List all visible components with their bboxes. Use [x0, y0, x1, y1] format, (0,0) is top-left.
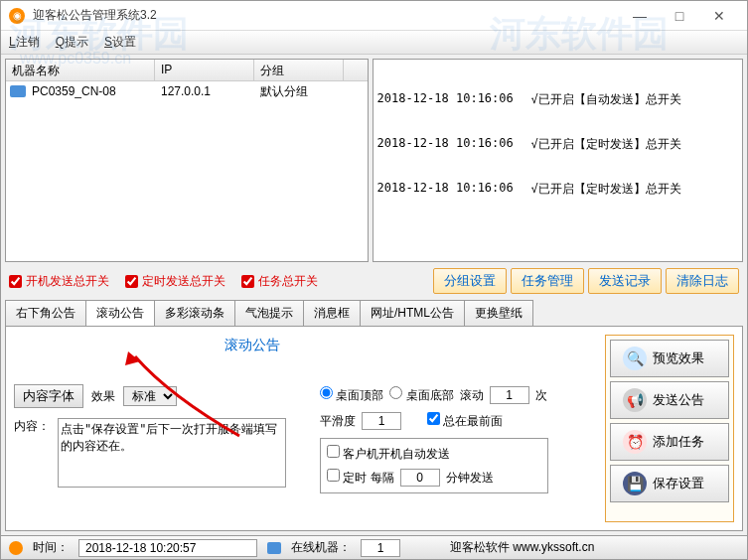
boot-switch[interactable]: 开机发送总开关	[9, 273, 109, 290]
svg-marker-0	[125, 351, 140, 365]
statusbar: 时间： 2018-12-18 10:20:57 在线机器： 1 迎客松软件 ww…	[1, 535, 747, 559]
tab-scroll[interactable]: 滚动公告	[85, 300, 155, 326]
tab-multi[interactable]: 多彩滚动条	[154, 300, 235, 326]
log-panel: 2018-12-18 10:16:06√已开启【自动发送】总开关 2018-12…	[373, 59, 744, 262]
tabs: 右下角公告 滚动公告 多彩滚动条 气泡提示 消息框 网址/HTML公告 更换壁纸	[5, 300, 743, 326]
effect-select[interactable]: 标准	[123, 386, 177, 406]
menu-setting[interactable]: S设置	[104, 34, 136, 51]
pc-icon	[10, 85, 26, 97]
scroll-label: 滚动	[460, 387, 484, 404]
times-suffix: 次	[535, 387, 547, 404]
task-manage-button[interactable]: 任务管理	[511, 268, 584, 294]
menu-logout[interactable]: L注销	[9, 34, 40, 51]
smooth-input[interactable]	[362, 412, 401, 430]
client-boot-check[interactable]: 客户机开机自动发送	[327, 445, 541, 463]
auto-send-fieldset: 客户机开机自动发送 定时 每隔 分钟发送	[320, 438, 548, 493]
close-button[interactable]: ✕	[699, 2, 739, 30]
status-logo-icon	[9, 541, 23, 555]
time-label: 时间：	[33, 539, 69, 556]
timed-suffix: 分钟发送	[446, 470, 494, 487]
save-button[interactable]: 💾保存设置	[610, 465, 729, 502]
watermark-brand-2: 河东软件园	[490, 10, 669, 59]
action-buttons: 🔍预览效果 📢发送公告 ⏰添加任务 💾保存设置	[605, 335, 734, 522]
desktop-top-radio[interactable]: 桌面顶部	[320, 386, 383, 404]
time-value: 2018-12-18 10:20:57	[78, 539, 257, 557]
online-label: 在线机器：	[291, 539, 351, 556]
online-value: 1	[361, 539, 400, 557]
header-ip[interactable]: IP	[155, 60, 254, 80]
send-button[interactable]: 📢发送公告	[610, 381, 729, 419]
brand-footer: 迎客松软件 www.ykssoft.cn	[450, 539, 594, 556]
tab-bubble[interactable]: 气泡提示	[234, 300, 304, 326]
machine-ip: 127.0.0.1	[155, 82, 254, 100]
machine-name: PC0359_CN-08	[26, 82, 155, 100]
machine-row[interactable]: PC0359_CN-08 127.0.0.1 默认分组	[6, 81, 368, 101]
menu-prompt[interactable]: Q提示	[56, 34, 88, 51]
log-line: 2018-12-18 10:16:06√已开启【定时发送】总开关	[377, 181, 739, 198]
header-group[interactable]: 分组	[254, 60, 344, 80]
machine-list-panel: 机器名称 IP 分组 PC0359_CN-08 127.0.0.1 默认分组	[5, 59, 369, 262]
scroll-times-input[interactable]	[490, 386, 529, 404]
save-icon: 💾	[623, 472, 647, 495]
send-record-button[interactable]: 发送记录	[588, 268, 662, 294]
timed-switch[interactable]: 定时发送总开关	[125, 273, 225, 290]
tab-html[interactable]: 网址/HTML公告	[360, 300, 465, 326]
monitor-icon	[267, 542, 281, 554]
app-logo-icon: ◉	[9, 8, 25, 24]
tab-wallpaper[interactable]: 更换壁纸	[464, 300, 533, 326]
tab-msgbox[interactable]: 消息框	[303, 300, 361, 326]
clock-icon: ⏰	[623, 430, 647, 454]
content-label: 内容：	[14, 418, 50, 435]
magnify-icon: 🔍	[623, 347, 647, 370]
scroll-title: 滚动公告	[224, 337, 280, 354]
group-settings-button[interactable]: 分组设置	[433, 268, 507, 294]
log-line: 2018-12-18 10:16:06√已开启【定时发送】总开关	[377, 136, 739, 153]
speaker-icon: 📢	[623, 388, 647, 412]
task-switch[interactable]: 任务总开关	[241, 273, 318, 290]
tab-corner[interactable]: 右下角公告	[5, 300, 86, 326]
tab-body-scroll: 滚动公告 内容字体 效果 标准 内容： 桌面顶部 桌面底部	[5, 326, 743, 531]
effect-label: 效果	[91, 388, 115, 405]
clear-log-button[interactable]: 清除日志	[666, 268, 739, 294]
preview-button[interactable]: 🔍预览效果	[610, 340, 729, 377]
watermark-url: www.pc0359.cn	[20, 50, 131, 68]
timed-send-check[interactable]: 定时 每隔	[327, 469, 394, 487]
font-button[interactable]: 内容字体	[14, 384, 83, 408]
log-line: 2018-12-18 10:16:06√已开启【自动发送】总开关	[377, 91, 739, 108]
desktop-bottom-radio[interactable]: 桌面底部	[389, 386, 453, 404]
machine-group: 默认分组	[254, 81, 344, 102]
always-front-check[interactable]: 总在最前面	[427, 412, 503, 430]
add-task-button[interactable]: ⏰添加任务	[610, 423, 729, 461]
smooth-label: 平滑度	[320, 413, 356, 430]
content-textarea[interactable]	[58, 418, 286, 488]
timed-interval-input[interactable]	[400, 469, 440, 487]
